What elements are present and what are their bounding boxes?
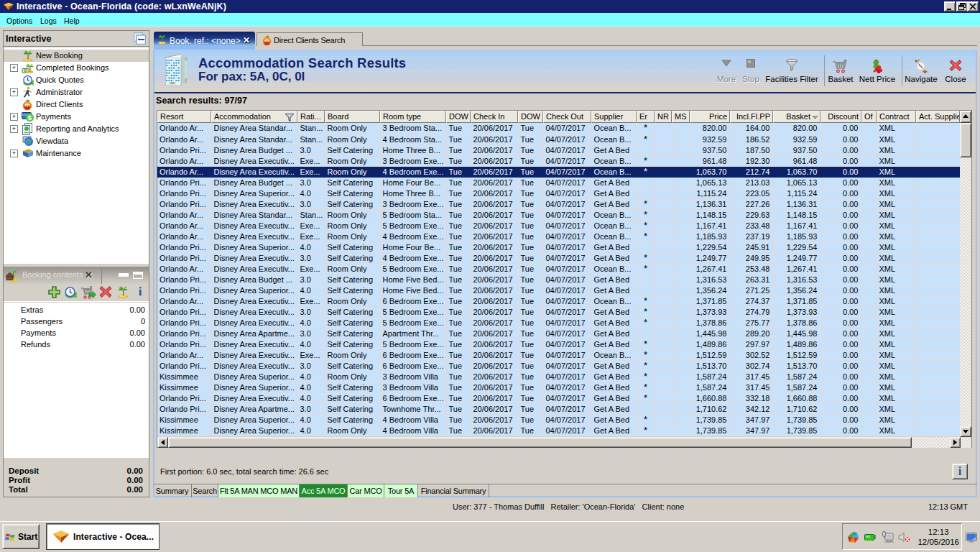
svg-text:i: i [138, 285, 142, 298]
svg-text:$: $ [28, 114, 32, 121]
